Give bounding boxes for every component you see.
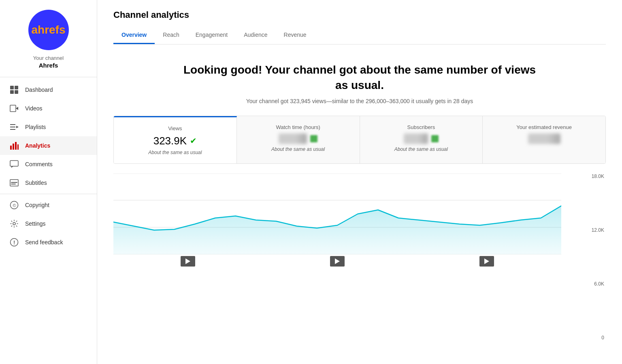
sidebar-item-analytics-label: Analytics [25,142,50,149]
subtitles-icon [10,178,19,187]
sidebar-item-copyright[interactable]: © Copyright [0,196,97,214]
svg-rect-2 [10,90,14,94]
dashboard-icon [10,85,19,94]
stat-views-note: About the same as usual [124,150,227,155]
tab-reach[interactable]: Reach [155,27,187,44]
chart-wrapper [113,174,584,354]
video-thumb-1[interactable] [181,256,195,267]
avatar[interactable]: ahrefs [28,10,69,50]
tab-revenue[interactable]: Revenue [276,27,315,44]
svg-rect-12 [15,142,17,150]
stats-container: Views 323.9K ✔ About the same as usual W… [113,116,606,164]
sidebar-nav: Dashboard Videos Playlists [0,77,97,364]
stat-subs-blurred [404,133,428,144]
stat-revenue-label: Your estimated revenue [492,124,596,130]
svg-rect-15 [10,161,18,166]
sidebar-item-dashboard[interactable]: Dashboard [0,80,97,99]
tab-overview[interactable]: Overview [113,27,155,44]
channel-label: Your channel [33,55,64,61]
copyright-icon: © [10,201,19,210]
sidebar-item-send-feedback[interactable]: ! Send feedback [0,233,97,252]
svg-rect-0 [10,86,14,89]
sidebar-item-subtitles[interactable]: Subtitles [0,174,97,192]
sidebar-item-videos-label: Videos [25,105,43,112]
stat-card-watch-time[interactable]: Watch time (hours) About the same as usu… [237,116,360,163]
svg-marker-5 [16,107,18,110]
video-thumbnails-row [113,256,584,267]
svg-text:!: ! [13,239,15,245]
chart-label-0: 0 [601,335,604,341]
chart-area: 18.0K 12.0K 6.0K 0 [113,174,606,354]
stat-revenue-value-row [492,133,596,144]
stat-watch-blurred [279,133,307,144]
sidebar-item-send-feedback-label: Send feedback [25,239,63,245]
stat-watch-green [310,135,317,142]
sidebar-item-settings[interactable]: Settings [0,214,97,233]
main-content: Channel analytics Overview Reach Engagem… [97,0,622,364]
sidebar-item-copyright-label: Copyright [25,202,49,208]
stat-card-subscribers[interactable]: Subscribers About the same as usual [360,116,483,163]
channel-name: Ahrefs [39,62,58,69]
sidebar-item-comments-label: Comments [25,161,53,167]
sidebar-item-playlists-label: Playlists [25,124,46,130]
hero-title: Looking good! Your channel got about the… [177,62,542,93]
stat-subs-value-row [370,133,473,144]
sidebar-item-settings-label: Settings [25,220,46,227]
tab-audience[interactable]: Audience [236,27,275,44]
stat-views-label: Views [124,125,227,131]
sidebar-item-videos[interactable]: Videos [0,99,97,118]
svg-text:©: © [13,203,16,208]
svg-marker-9 [16,126,19,128]
svg-point-22 [13,222,15,225]
play-icon-3 [484,258,489,264]
hero-subtitle: Your channel got 323,945 views—similar t… [113,98,606,104]
check-icon: ✔ [190,136,197,146]
svg-rect-1 [15,86,18,89]
video-thumb-3[interactable] [479,256,494,267]
sidebar-item-playlists[interactable]: Playlists [0,118,97,136]
page-title: Channel analytics [113,10,606,20]
svg-rect-4 [10,105,16,112]
sidebar: ahrefs Your channel Ahrefs Dashboard [0,0,97,364]
stat-watch-label: Watch time (hours) [247,124,350,130]
svg-rect-13 [17,144,19,150]
sidebar-header: ahrefs Your channel Ahrefs [0,0,97,77]
avatar-text: ahrefs [31,23,65,36]
stat-watch-note: About the same as usual [247,146,350,152]
stat-views-value: 323.9K [153,135,187,147]
tabs-bar: Overview Reach Engagement Audience Reven… [113,27,606,44]
playlists-icon [10,123,19,131]
stat-card-views[interactable]: Views 323.9K ✔ About the same as usual [114,116,237,163]
stat-watch-value-row [247,133,350,144]
tab-engagement[interactable]: Engagement [187,27,236,44]
sidebar-item-dashboard-label: Dashboard [25,87,53,93]
videos-icon [10,104,19,113]
sidebar-item-analytics[interactable]: Analytics [0,136,97,155]
line-chart [113,174,561,254]
sidebar-divider [0,194,97,194]
svg-rect-11 [13,144,14,150]
chart-label-12k: 12.0K [592,227,604,233]
svg-rect-18 [11,184,16,184]
chart-y-axis: 18.0K 12.0K 6.0K 0 [584,174,606,354]
stat-card-revenue[interactable]: Your estimated revenue [483,116,605,163]
chart-label-6k: 6.0K [594,281,604,287]
send-feedback-icon: ! [10,238,19,247]
svg-rect-3 [15,90,18,94]
stat-revenue-blurred [528,133,560,144]
stat-subs-note: About the same as usual [370,146,473,152]
chart-label-18k: 18.0K [592,174,604,179]
svg-rect-19 [11,182,17,183]
analytics-icon [10,141,19,150]
svg-rect-10 [10,146,12,150]
stat-subs-green [431,135,439,142]
play-icon-1 [185,258,190,264]
stat-views-value-row: 323.9K ✔ [124,135,227,147]
comments-icon [10,160,19,169]
video-thumb-2[interactable] [330,256,345,267]
stat-subs-label: Subscribers [370,124,473,130]
hero-message: Looking good! Your channel got about the… [113,62,606,104]
play-icon-2 [335,258,340,264]
sidebar-item-comments[interactable]: Comments [0,155,97,174]
sidebar-item-subtitles-label: Subtitles [25,180,47,186]
